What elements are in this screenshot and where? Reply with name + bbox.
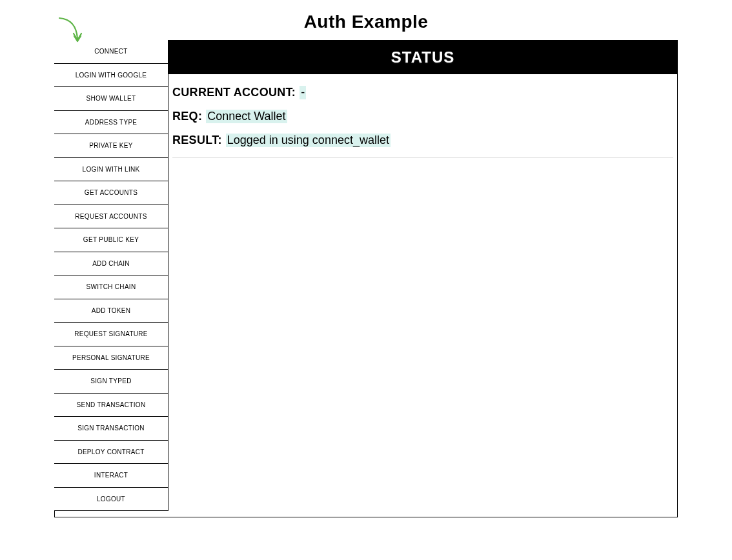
sign-transaction-button[interactable]: SIGN TRANSACTION	[54, 417, 168, 441]
status-label: CURRENT ACCOUNT:	[172, 86, 296, 99]
login-with-google-button[interactable]: LOGIN WITH GOOGLE	[54, 64, 168, 88]
status-label: RESULT:	[172, 134, 222, 147]
send-transaction-button[interactable]: SEND TRANSACTION	[54, 394, 168, 417]
switch-chain-button[interactable]: SWITCH CHAIN	[54, 275, 168, 299]
logout-button[interactable]: LOGOUT	[54, 488, 168, 512]
app-container: CONNECTLOGIN WITH GOOGLESHOW WALLETADDRE…	[54, 40, 678, 517]
divider	[172, 157, 673, 158]
request-signature-button[interactable]: REQUEST SIGNATURE	[54, 323, 168, 346]
address-type-button[interactable]: ADDRESS TYPE	[54, 111, 168, 135]
connect-button[interactable]: CONNECT	[54, 40, 168, 64]
sidebar: CONNECTLOGIN WITH GOOGLESHOW WALLETADDRE…	[55, 41, 168, 517]
request-accounts-button[interactable]: REQUEST ACCOUNTS	[54, 205, 168, 229]
sign-typed-button[interactable]: SIGN TYPED	[54, 370, 168, 394]
get-accounts-button[interactable]: GET ACCOUNTS	[54, 181, 168, 205]
status-body: CURRENT ACCOUNT:-REQ:Connect WalletRESUL…	[168, 74, 677, 158]
interact-button[interactable]: INTERACT	[54, 464, 168, 488]
status-row: RESULT:Logged in using connect_wallet	[172, 134, 673, 147]
status-value: Connect Wallet	[206, 110, 287, 123]
status-label: REQ:	[172, 110, 202, 123]
show-wallet-button[interactable]: SHOW WALLET	[54, 87, 168, 111]
status-value: -	[300, 86, 306, 99]
status-value: Logged in using connect_wallet	[226, 134, 391, 147]
get-public-key-button[interactable]: GET PUBLIC KEY	[54, 228, 168, 252]
page-title: Auth Example	[0, 0, 732, 40]
status-row: CURRENT ACCOUNT:-	[172, 86, 673, 99]
personal-signature-button[interactable]: PERSONAL SIGNATURE	[54, 346, 168, 370]
status-row: REQ:Connect Wallet	[172, 110, 673, 123]
add-chain-button[interactable]: ADD CHAIN	[54, 252, 168, 276]
status-header: STATUS	[168, 41, 677, 74]
private-key-button[interactable]: PRIVATE KEY	[54, 134, 168, 158]
deploy-contract-button[interactable]: DEPLOY CONTRACT	[54, 441, 168, 465]
login-with-link-button[interactable]: LOGIN WITH LINK	[54, 158, 168, 182]
add-token-button[interactable]: ADD TOKEN	[54, 299, 168, 323]
main-panel: STATUS CURRENT ACCOUNT:-REQ:Connect Wall…	[168, 41, 677, 517]
